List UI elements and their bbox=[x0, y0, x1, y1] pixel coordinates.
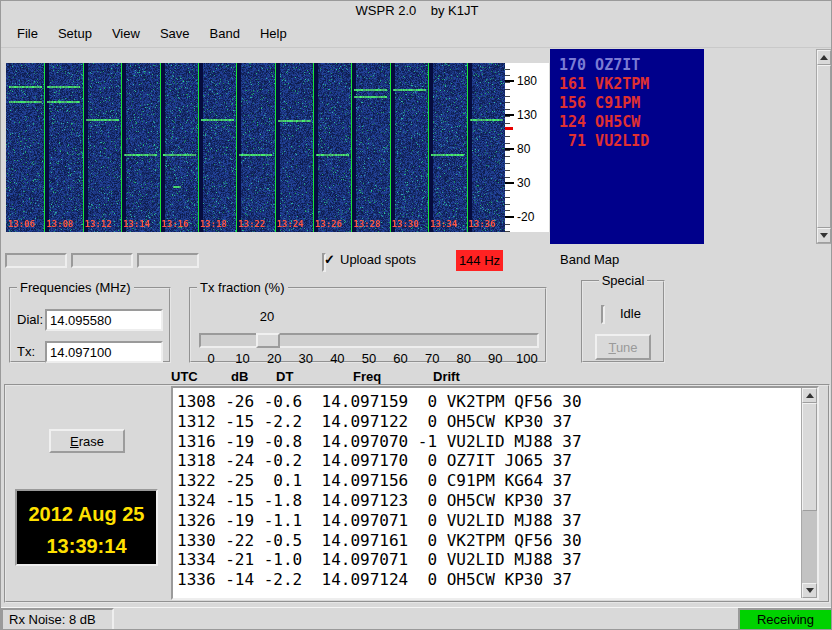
tick-label: 90 bbox=[483, 351, 507, 366]
tune-button-label: Tune bbox=[608, 340, 637, 355]
band-map-entry: 124 OH5CW bbox=[559, 113, 704, 132]
scale-label: -20 bbox=[517, 210, 534, 224]
header-drift: Drift bbox=[433, 369, 460, 384]
scale-label: 80 bbox=[517, 142, 530, 156]
slider-value-zone: 20 bbox=[199, 309, 539, 325]
band-map-entry: 71 VU2LID bbox=[559, 132, 704, 151]
menu-band[interactable]: Band bbox=[200, 21, 250, 47]
progress-meter-3 bbox=[137, 253, 199, 268]
major-tick bbox=[505, 148, 514, 150]
menu-help[interactable]: Help bbox=[250, 21, 297, 47]
scrollbar-thumb[interactable] bbox=[802, 403, 817, 511]
frequencies-legend: Frequencies (MHz) bbox=[17, 280, 134, 295]
tick-label: 60 bbox=[389, 351, 413, 366]
scroll-down-button[interactable] bbox=[817, 228, 831, 243]
tick-label: 70 bbox=[420, 351, 444, 366]
decode-row: 1334 -21 -1.0 14.097071 0 VU2LID MJ88 37 bbox=[177, 550, 801, 570]
frequencies-group: Frequencies (MHz) Dial: Tx: bbox=[9, 280, 171, 363]
slider-tick-labels: 0 10 20 30 40 50 60 70 80 90 100 bbox=[199, 351, 539, 366]
decode-row: 1318 -24 -0.2 14.097170 0 OZ7IT JO65 37 bbox=[177, 451, 801, 471]
waterfall-display bbox=[6, 63, 505, 232]
utc-clock: 2012 Aug 25 13:39:14 bbox=[15, 489, 158, 566]
band-map-entry: 170 OZ7IT bbox=[559, 56, 704, 75]
erase-button-label: Erase bbox=[70, 434, 104, 449]
tx-fraction-slider[interactable] bbox=[199, 333, 539, 348]
band-map-entry: 156 C91PM bbox=[559, 94, 704, 113]
arrow-up-icon bbox=[820, 55, 828, 60]
scroll-up-button[interactable] bbox=[817, 50, 831, 65]
band-map-panel: 170 OZ7IT 161 VK2TPM 156 C91PM 124 OH5CW… bbox=[550, 49, 704, 244]
tx-fraction-group: Tx fraction (%) 20 0 10 20 30 40 50 60 7… bbox=[189, 280, 547, 363]
upload-spots-checkbox[interactable] bbox=[322, 253, 326, 272]
progress-meter-2 bbox=[71, 253, 133, 268]
tick-label: 20 bbox=[262, 351, 286, 366]
tick-label: 10 bbox=[231, 351, 255, 366]
tx-fraction-legend: Tx fraction (%) bbox=[197, 280, 288, 295]
tx-fraction-value: 20 bbox=[260, 309, 274, 324]
dial-frequency-input[interactable] bbox=[45, 309, 163, 331]
tx-frequency-input[interactable] bbox=[45, 341, 163, 363]
header-utc: UTC bbox=[171, 369, 198, 384]
progress-meter-1 bbox=[5, 253, 67, 268]
slider-handle[interactable] bbox=[256, 333, 280, 348]
scroll-up-button[interactable] bbox=[802, 388, 817, 403]
scale-label: 130 bbox=[517, 108, 537, 122]
tick-label: 0 bbox=[199, 351, 223, 366]
tick-label: 30 bbox=[294, 351, 318, 366]
idle-label: Idle bbox=[620, 306, 641, 321]
special-group: Special Idle Tune bbox=[581, 273, 665, 363]
rx-noise-status: Rx Noise: 8 dB bbox=[1, 608, 114, 630]
status-bar: Rx Noise: 8 dB Receiving bbox=[1, 607, 832, 630]
decode-text-area[interactable]: 1308 -26 -0.6 14.097159 0 VK2TPM QF56 30… bbox=[173, 388, 801, 598]
tick-label: 50 bbox=[357, 351, 381, 366]
major-tick bbox=[505, 182, 514, 184]
menu-file[interactable]: File bbox=[7, 21, 48, 47]
band-map-caption: Band Map bbox=[560, 252, 619, 267]
scale-label: 180 bbox=[517, 74, 537, 88]
dial-label: Dial: bbox=[17, 312, 43, 327]
major-tick bbox=[505, 80, 514, 82]
clock-time: 13:39:14 bbox=[17, 530, 156, 562]
wspr-window: WSPR 2.0 by K1JT File Setup View Save Ba… bbox=[0, 0, 832, 630]
scale-label: 30 bbox=[517, 176, 530, 190]
tick-label: 40 bbox=[325, 351, 349, 366]
frequency-scale: 180 130 80 30 -20 bbox=[505, 63, 549, 232]
decode-row: 1316 -19 -0.8 14.097070 -1 VU2LID MJ88 3… bbox=[177, 432, 801, 452]
arrow-up-icon bbox=[806, 393, 814, 398]
decode-row: 1324 -15 -1.8 14.097123 0 OH5CW KP30 37 bbox=[177, 491, 801, 511]
header-freq: Freq bbox=[353, 369, 381, 384]
tune-button[interactable]: Tune bbox=[595, 334, 651, 360]
menu-view[interactable]: View bbox=[102, 21, 150, 47]
arrow-down-icon bbox=[806, 588, 814, 593]
tick-label: 80 bbox=[452, 351, 476, 366]
menu-bar: File Setup View Save Band Help bbox=[1, 21, 832, 48]
idle-checkbox[interactable] bbox=[601, 305, 605, 324]
decode-row: 1322 -25 0.1 14.097156 0 C91PM KG64 37 bbox=[177, 471, 801, 491]
menu-setup[interactable]: Setup bbox=[48, 21, 102, 47]
rx-frequency-marker-icon bbox=[505, 127, 513, 130]
scrollbar-thumb[interactable] bbox=[817, 65, 831, 228]
decode-row: 1326 -19 -1.1 14.097071 0 VU2LID MJ88 37 bbox=[177, 511, 801, 531]
tx-label: Tx: bbox=[17, 344, 35, 359]
scrollbar-trough[interactable] bbox=[802, 403, 817, 583]
band-map-entry: 161 VK2TPM bbox=[559, 75, 704, 94]
decode-scrollbar[interactable] bbox=[801, 388, 817, 598]
major-tick bbox=[505, 216, 514, 218]
decode-row: 1308 -26 -0.6 14.097159 0 VK2TPM QF56 30 bbox=[177, 392, 801, 412]
bandmap-scrollbar[interactable] bbox=[816, 49, 832, 244]
frequency-tolerance-badge: 144 Hz bbox=[456, 250, 503, 271]
decode-row: 1336 -14 -2.2 14.097124 0 OH5CW KP30 37 bbox=[177, 570, 801, 590]
upload-spots-label: Upload spots bbox=[340, 252, 416, 267]
decode-list[interactable]: 1308 -26 -0.6 14.097159 0 VK2TPM QF56 30… bbox=[171, 386, 819, 600]
erase-button[interactable]: Erase bbox=[49, 429, 125, 453]
decode-row: 1330 -22 -0.5 14.097161 0 VK2TPM QF56 30 bbox=[177, 531, 801, 551]
decode-row: 1312 -15 -2.2 14.097122 0 OH5CW KP30 37 bbox=[177, 412, 801, 432]
tick-label: 100 bbox=[515, 351, 539, 366]
header-dt: DT bbox=[276, 369, 293, 384]
arrow-down-icon bbox=[820, 233, 828, 238]
scrollbar-trough[interactable] bbox=[817, 65, 831, 228]
special-legend: Special bbox=[599, 273, 648, 288]
major-tick bbox=[505, 114, 514, 116]
menu-save[interactable]: Save bbox=[150, 21, 200, 47]
scroll-down-button[interactable] bbox=[802, 583, 817, 598]
